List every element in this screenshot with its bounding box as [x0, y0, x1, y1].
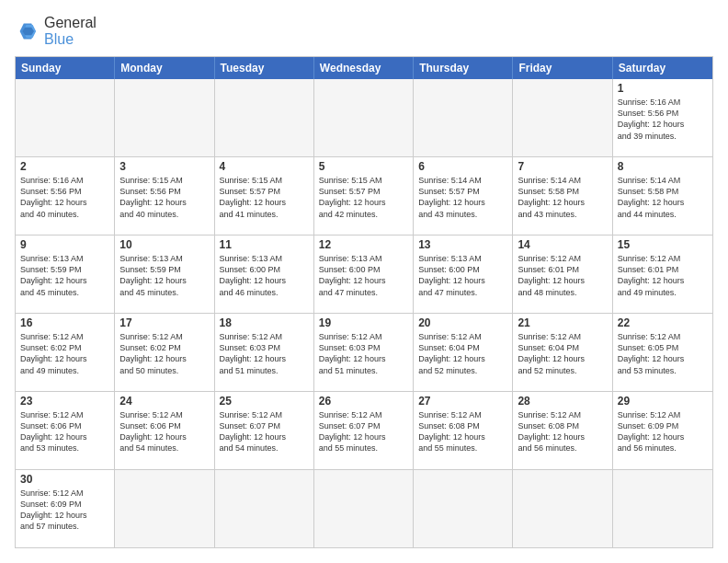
cell-text: Sunrise: 5:12 AM Sunset: 6:08 PM Dayligh… [518, 409, 607, 454]
cell-text: Sunrise: 5:12 AM Sunset: 6:09 PM Dayligh… [20, 488, 109, 533]
logo: General Blue [15, 15, 97, 47]
calendar-cell [115, 79, 214, 156]
calendar-cell [613, 470, 712, 547]
calendar: SundayMondayTuesdayWednesdayThursdayFrid… [15, 56, 713, 548]
day-number: 11 [220, 238, 309, 251]
calendar-cell: 14Sunrise: 5:12 AM Sunset: 6:01 PM Dayli… [513, 236, 612, 313]
cell-text: Sunrise: 5:12 AM Sunset: 6:05 PM Dayligh… [618, 331, 708, 376]
day-number: 23 [20, 395, 109, 408]
day-number: 10 [119, 238, 209, 251]
cell-text: Sunrise: 5:12 AM Sunset: 6:03 PM Dayligh… [220, 331, 309, 376]
calendar-cell: 9Sunrise: 5:13 AM Sunset: 5:59 PM Daylig… [16, 236, 115, 313]
calendar-cell: 27Sunrise: 5:12 AM Sunset: 6:08 PM Dayli… [414, 392, 513, 469]
day-number: 26 [319, 395, 408, 408]
day-number: 4 [220, 160, 309, 173]
day-number: 15 [618, 238, 708, 251]
cell-text: Sunrise: 5:15 AM Sunset: 5:57 PM Dayligh… [319, 175, 408, 220]
cell-text: Sunrise: 5:13 AM Sunset: 6:00 PM Dayligh… [319, 253, 408, 298]
calendar-cell [115, 470, 214, 547]
calendar-cell [215, 79, 314, 156]
calendar-cell [513, 79, 612, 156]
calendar-row: 16Sunrise: 5:12 AM Sunset: 6:02 PM Dayli… [16, 314, 712, 392]
cell-text: Sunrise: 5:12 AM Sunset: 6:07 PM Dayligh… [220, 409, 309, 454]
calendar-cell [513, 470, 612, 547]
calendar-cell: 2Sunrise: 5:16 AM Sunset: 5:56 PM Daylig… [16, 157, 115, 235]
calendar-cell [16, 79, 115, 156]
cell-text: Sunrise: 5:14 AM Sunset: 5:58 PM Dayligh… [618, 175, 708, 220]
cell-text: Sunrise: 5:12 AM Sunset: 6:06 PM Dayligh… [20, 409, 109, 454]
calendar-cell: 7Sunrise: 5:14 AM Sunset: 5:58 PM Daylig… [513, 157, 612, 235]
calendar-cell: 3Sunrise: 5:15 AM Sunset: 5:56 PM Daylig… [115, 157, 214, 235]
calendar-cell: 19Sunrise: 5:12 AM Sunset: 6:03 PM Dayli… [314, 314, 414, 391]
calendar-cell: 17Sunrise: 5:12 AM Sunset: 6:02 PM Dayli… [115, 314, 214, 391]
calendar-header-day: Wednesday [314, 57, 414, 79]
day-number: 28 [518, 395, 607, 408]
calendar-header-day: Saturday [613, 57, 712, 79]
day-number: 16 [20, 316, 109, 329]
day-number: 13 [418, 238, 507, 251]
calendar-cell: 23Sunrise: 5:12 AM Sunset: 6:06 PM Dayli… [16, 392, 115, 469]
cell-text: Sunrise: 5:12 AM Sunset: 6:01 PM Dayligh… [618, 253, 708, 298]
calendar-row: 2Sunrise: 5:16 AM Sunset: 5:56 PM Daylig… [16, 157, 712, 236]
day-number: 7 [518, 160, 607, 173]
calendar-cell [215, 470, 314, 547]
calendar-cell: 4Sunrise: 5:15 AM Sunset: 5:57 PM Daylig… [215, 157, 314, 235]
day-number: 30 [20, 473, 109, 486]
day-number: 19 [319, 316, 408, 329]
calendar-row: 1Sunrise: 5:16 AM Sunset: 5:56 PM Daylig… [16, 79, 712, 157]
calendar-header-day: Sunday [16, 57, 115, 79]
day-number: 1 [618, 82, 708, 95]
cell-text: Sunrise: 5:12 AM Sunset: 6:08 PM Dayligh… [418, 409, 507, 454]
calendar-header-day: Friday [513, 57, 612, 79]
calendar-header-day: Thursday [414, 57, 513, 79]
calendar-cell [414, 79, 513, 156]
cell-text: Sunrise: 5:12 AM Sunset: 6:02 PM Dayligh… [20, 331, 109, 376]
day-number: 8 [618, 160, 708, 173]
day-number: 21 [518, 316, 607, 329]
day-number: 12 [319, 238, 408, 251]
day-number: 20 [418, 316, 507, 329]
calendar-cell: 26Sunrise: 5:12 AM Sunset: 6:07 PM Dayli… [314, 392, 414, 469]
cell-text: Sunrise: 5:12 AM Sunset: 6:01 PM Dayligh… [518, 253, 607, 298]
cell-text: Sunrise: 5:12 AM Sunset: 6:02 PM Dayligh… [119, 331, 209, 376]
calendar-cell: 10Sunrise: 5:13 AM Sunset: 5:59 PM Dayli… [115, 236, 214, 313]
day-number: 9 [20, 238, 109, 251]
calendar-cell: 25Sunrise: 5:12 AM Sunset: 6:07 PM Dayli… [215, 392, 314, 469]
cell-text: Sunrise: 5:16 AM Sunset: 5:56 PM Dayligh… [20, 175, 109, 220]
cell-text: Sunrise: 5:15 AM Sunset: 5:57 PM Dayligh… [220, 175, 309, 220]
calendar-row: 30Sunrise: 5:12 AM Sunset: 6:09 PM Dayli… [16, 470, 712, 547]
day-number: 24 [119, 395, 209, 408]
logo-icon [15, 18, 40, 44]
calendar-cell: 12Sunrise: 5:13 AM Sunset: 6:00 PM Dayli… [314, 236, 414, 313]
cell-text: Sunrise: 5:16 AM Sunset: 5:56 PM Dayligh… [618, 97, 708, 142]
cell-text: Sunrise: 5:13 AM Sunset: 6:00 PM Dayligh… [220, 253, 309, 298]
cell-text: Sunrise: 5:12 AM Sunset: 6:04 PM Dayligh… [518, 331, 607, 376]
cell-text: Sunrise: 5:12 AM Sunset: 6:04 PM Dayligh… [418, 331, 507, 376]
page: General Blue SundayMondayTuesdayWednesda… [0, 0, 728, 563]
day-number: 2 [20, 160, 109, 173]
day-number: 25 [220, 395, 309, 408]
cell-text: Sunrise: 5:12 AM Sunset: 6:06 PM Dayligh… [119, 409, 209, 454]
calendar-cell: 24Sunrise: 5:12 AM Sunset: 6:06 PM Dayli… [115, 392, 214, 469]
calendar-cell: 1Sunrise: 5:16 AM Sunset: 5:56 PM Daylig… [613, 79, 712, 156]
calendar-cell: 16Sunrise: 5:12 AM Sunset: 6:02 PM Dayli… [16, 314, 115, 391]
calendar-cell: 5Sunrise: 5:15 AM Sunset: 5:57 PM Daylig… [314, 157, 414, 235]
calendar-header: SundayMondayTuesdayWednesdayThursdayFrid… [16, 57, 712, 79]
cell-text: Sunrise: 5:15 AM Sunset: 5:56 PM Dayligh… [119, 175, 209, 220]
calendar-cell: 28Sunrise: 5:12 AM Sunset: 6:08 PM Dayli… [513, 392, 612, 469]
calendar-cell: 30Sunrise: 5:12 AM Sunset: 6:09 PM Dayli… [16, 470, 115, 547]
cell-text: Sunrise: 5:13 AM Sunset: 6:00 PM Dayligh… [418, 253, 507, 298]
calendar-cell [314, 79, 414, 156]
day-number: 6 [418, 160, 507, 173]
day-number: 22 [618, 316, 708, 329]
calendar-cell: 11Sunrise: 5:13 AM Sunset: 6:00 PM Dayli… [215, 236, 314, 313]
cell-text: Sunrise: 5:12 AM Sunset: 6:09 PM Dayligh… [618, 409, 708, 454]
day-number: 27 [418, 395, 507, 408]
cell-text: Sunrise: 5:13 AM Sunset: 5:59 PM Dayligh… [20, 253, 109, 298]
cell-text: Sunrise: 5:14 AM Sunset: 5:57 PM Dayligh… [418, 175, 507, 220]
day-number: 17 [119, 316, 209, 329]
day-number: 18 [220, 316, 309, 329]
calendar-cell [314, 470, 414, 547]
calendar-cell [414, 470, 513, 547]
calendar-cell: 13Sunrise: 5:13 AM Sunset: 6:00 PM Dayli… [414, 236, 513, 313]
